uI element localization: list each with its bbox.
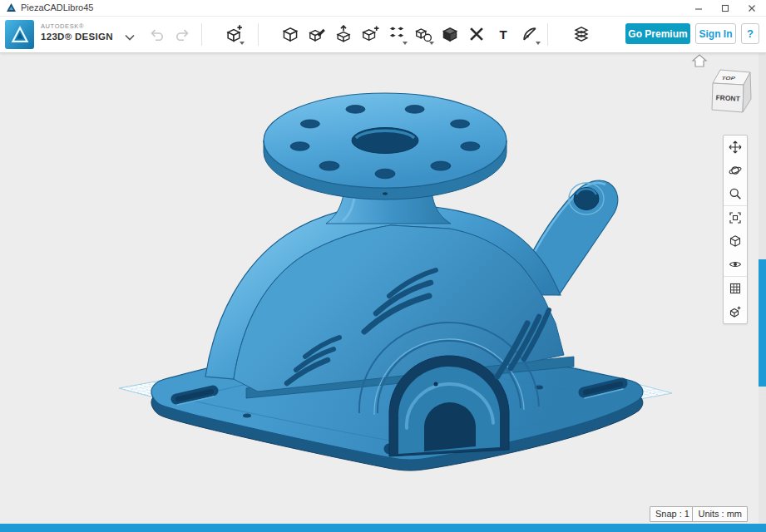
measure-icon <box>521 25 539 43</box>
maximize-icon <box>721 4 729 12</box>
ribbon-pattern-button[interactable] <box>386 23 408 45</box>
top-flange[interactable] <box>264 93 507 200</box>
ribbon-material-button[interactable] <box>571 23 592 45</box>
sign-in-button[interactable]: Sign In <box>695 23 736 44</box>
material-layers-icon <box>572 25 591 43</box>
brand-autodesk: AUTODESK® <box>41 23 113 30</box>
group-icon <box>414 25 432 43</box>
vertical-scrollbar-thumb[interactable] <box>759 259 766 387</box>
pattern-icon <box>388 25 406 43</box>
ribbon-sketch-button[interactable] <box>306 23 328 45</box>
combine-icon <box>441 25 459 43</box>
ribbon-delete-button[interactable] <box>466 23 487 45</box>
extrude-icon <box>334 25 353 43</box>
caret-down-icon <box>240 42 245 45</box>
fit-view-button[interactable] <box>724 205 747 229</box>
caret-down-icon <box>403 42 408 45</box>
fit-view-icon <box>729 211 742 224</box>
view-nav-toolbar <box>723 135 748 324</box>
viewcube-top-label: TOP <box>721 76 737 81</box>
eye-icon <box>729 258 742 271</box>
primitives-cube-icon <box>281 25 299 43</box>
minimize-icon <box>694 4 703 12</box>
redo-button[interactable] <box>171 23 193 45</box>
undo-icon <box>149 27 166 41</box>
material-grid-icon <box>729 282 742 295</box>
app-menu-logo[interactable] <box>5 20 34 49</box>
main-menu-chevron[interactable] <box>119 27 141 48</box>
toolbar-separator <box>201 23 202 46</box>
ribbon-group-button[interactable] <box>413 23 434 45</box>
pan-button[interactable] <box>724 135 747 159</box>
toolbar-separator <box>258 23 259 46</box>
ribbon-primitives-button[interactable] <box>279 23 301 45</box>
close-button[interactable] <box>738 0 766 16</box>
maximize-button[interactable] <box>711 0 739 16</box>
view-style-button[interactable] <box>724 229 747 253</box>
brand-text: AUTODESK® 123D® DESIGN <box>41 23 113 42</box>
close-icon <box>748 4 756 12</box>
pan-icon <box>729 140 742 154</box>
home-icon[interactable] <box>693 55 706 66</box>
caret-down-icon <box>536 42 541 45</box>
main-toolbar: AUTODESK® 123D® DESIGN <box>0 17 766 53</box>
ribbon-extrude-button[interactable] <box>333 23 354 45</box>
horizontal-scrollbar[interactable] <box>0 524 766 532</box>
effects-cube-icon <box>729 305 742 318</box>
materials-button[interactable] <box>724 276 747 300</box>
viewcube[interactable]: TOP FRONT <box>693 55 751 112</box>
window-title: PiezaCADLibro45 <box>21 2 93 12</box>
toolbar-separator <box>547 23 548 46</box>
shaded-cube-icon <box>729 234 742 248</box>
app-logo-icon <box>6 2 17 13</box>
zoom-button[interactable] <box>724 182 747 205</box>
magnifier-icon <box>729 187 742 200</box>
ribbon-text-button[interactable]: T <box>492 23 514 45</box>
redo-icon <box>174 27 190 41</box>
undo-button[interactable] <box>146 23 168 45</box>
sketch-pencil-icon <box>308 25 326 43</box>
snap-setting[interactable]: Snap : 1 <box>650 506 695 522</box>
ribbon-measure-button[interactable] <box>519 23 541 45</box>
visibility-button[interactable] <box>724 253 747 276</box>
go-premium-button[interactable]: Go Premium <box>625 23 690 44</box>
ear-hole <box>574 188 599 210</box>
insert-icon <box>225 25 243 43</box>
viewport-canvas[interactable]: TOP FRONT <box>0 52 759 524</box>
help-button[interactable]: ? <box>741 23 759 44</box>
brand-123d-design: 123D® DESIGN <box>41 32 113 42</box>
chevron-down-icon <box>125 34 135 41</box>
viewcube-front-label: FRONT <box>715 93 741 103</box>
units-setting[interactable]: Units : mm <box>692 506 748 522</box>
minimize-button[interactable] <box>684 0 713 16</box>
caret-down-icon <box>429 42 434 45</box>
neck-pin-hole <box>383 192 388 195</box>
model-3d[interactable] <box>151 93 643 470</box>
arch-pin-hole <box>434 382 438 387</box>
modify-icon <box>361 25 379 43</box>
titlebar: PiezaCADLibro45 <box>0 0 766 17</box>
orbit-button[interactable] <box>724 159 747 182</box>
123d-logo-icon <box>9 24 31 46</box>
viewport[interactable]: TOP FRONT <box>0 52 759 524</box>
ribbon-modify-button[interactable] <box>359 23 381 45</box>
ribbon-insert-button[interactable] <box>223 23 245 45</box>
delete-x-icon <box>467 25 486 43</box>
effects-button[interactable] <box>724 300 747 323</box>
ribbon-combine-button[interactable] <box>439 23 461 45</box>
orbit-icon <box>729 164 742 177</box>
text-tool-icon: T <box>499 28 507 41</box>
